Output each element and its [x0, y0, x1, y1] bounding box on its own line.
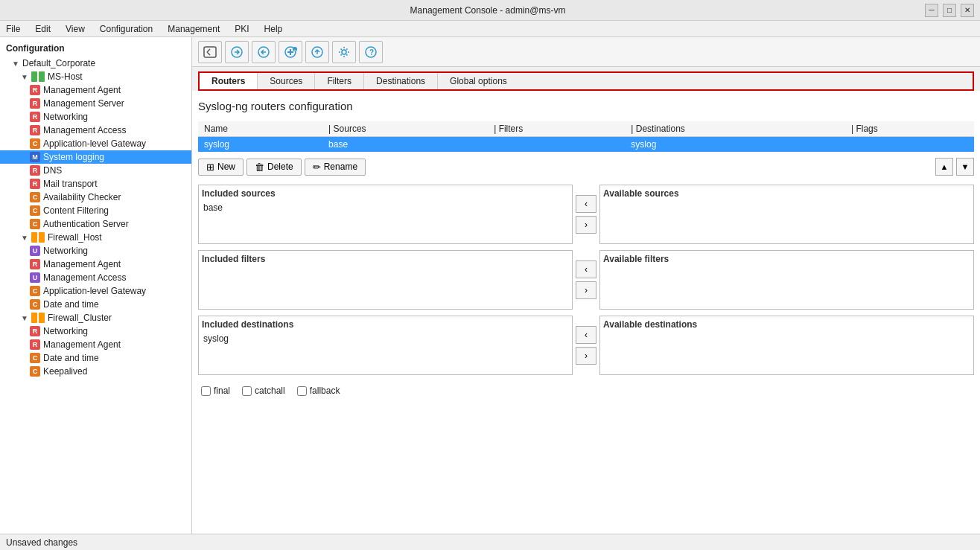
help-toolbar-btn[interactable]: ? [359, 41, 383, 63]
settings-toolbar-btn[interactable] [332, 41, 356, 63]
sidebar-item-fc-datetime[interactable]: C Date and time [0, 351, 191, 365]
sidebar-label-ms-management-server: Management Server [43, 98, 124, 109]
scroll-down-button[interactable]: ▼ [956, 158, 974, 176]
tab-global-options[interactable]: Global options [438, 73, 519, 89]
forward-toolbar-btn[interactable] [225, 41, 249, 63]
sidebar-item-ms-avail[interactable]: C Availability Checker [0, 191, 191, 204]
menu-edit[interactable]: Edit [32, 22, 54, 36]
col-name: Name [198, 121, 322, 137]
included-filters-section: Included filters ‹ › Available filters [198, 250, 974, 310]
sidebar-item-fc-networking[interactable]: R Networking [0, 324, 191, 338]
rename-button[interactable]: ✏ Rename [305, 159, 366, 176]
sidebar-label-fc-keepalived: Keepalived [43, 366, 87, 377]
expander-default-corporate[interactable]: ▼ [12, 60, 21, 68]
sidebar-item-ms-management-agent[interactable]: R Management Agent [0, 83, 191, 97]
sources-move-right-button[interactable]: › [576, 216, 596, 234]
sidebar-item-firewall-host[interactable]: ▼ Firewall_Host [0, 231, 191, 244]
badge-r: R [30, 326, 40, 336]
included-filters-panel: Included filters [198, 250, 573, 310]
badge-r: R [30, 112, 40, 122]
minimize-button[interactable]: ─ [925, 4, 938, 17]
cell-name: syslog [198, 137, 322, 153]
svg-rect-0 [204, 47, 216, 57]
flag-final[interactable]: final [201, 386, 230, 396]
scroll-up-button[interactable]: ▲ [935, 158, 953, 176]
sidebar-item-fw-datetime[interactable]: C Date and time [0, 298, 191, 311]
sidebar-item-fw-appgw[interactable]: C Application-level Gateway [0, 284, 191, 298]
destinations-move-left-button[interactable]: ‹ [576, 326, 596, 344]
included-filters-label: Included filters [202, 254, 569, 264]
available-filters-label: Available filters [603, 254, 970, 264]
tab-filters[interactable]: Filters [315, 73, 364, 89]
sidebar-label-fc-management-agent: Management Agent [43, 339, 121, 350]
sidebar-label-fw-datetime: Date and time [43, 299, 99, 310]
badge-u: U [30, 246, 40, 256]
sidebar-item-firewall-cluster[interactable]: ▼ Firewall_Cluster [0, 311, 191, 324]
restore-button[interactable]: □ [943, 4, 956, 17]
badge-c: C [30, 299, 40, 310]
sidebar-item-ms-content[interactable]: C Content Filtering [0, 204, 191, 217]
tab-sources[interactable]: Sources [258, 73, 315, 89]
col-filters: | Filters [488, 121, 625, 137]
close-button[interactable]: ✕ [961, 4, 974, 17]
flag-catchall[interactable]: catchall [242, 386, 285, 396]
new-label: New [217, 162, 235, 172]
sidebar-item-ms-management-access[interactable]: R Management Access [0, 124, 191, 137]
new-button[interactable]: ⊞ New [198, 159, 244, 176]
delete-button[interactable]: 🗑 Delete [246, 159, 302, 176]
final-checkbox[interactable] [201, 386, 211, 396]
sidebar-item-fw-management-agent[interactable]: R Management Agent [0, 258, 191, 271]
menu-help[interactable]: Help [261, 22, 286, 36]
flags-section: final catchall fallback [198, 381, 974, 400]
sidebar-item-fw-management-access[interactable]: U Management Access [0, 271, 191, 284]
menu-pki[interactable]: PKI [232, 22, 252, 36]
menu-view[interactable]: View [63, 22, 88, 36]
sidebar-item-fw-networking[interactable]: U Networking [0, 244, 191, 258]
filters-move-right-button[interactable]: › [576, 281, 596, 299]
status-bar: Unsaved changes [0, 534, 980, 550]
table-row[interactable]: syslog base syslog [198, 137, 974, 153]
sidebar-item-ms-mail[interactable]: R Mail transport [0, 177, 191, 191]
sidebar-item-fc-management-agent[interactable]: R Management Agent [0, 338, 191, 351]
sidebar-label-firewall-cluster: Firewall_Cluster [48, 313, 112, 323]
upload-toolbar-btn[interactable] [305, 41, 329, 63]
flag-fallback[interactable]: fallback [297, 386, 340, 396]
menu-management[interactable]: Management [165, 22, 223, 36]
menu-configuration[interactable]: Configuration [97, 22, 156, 36]
filters-move-left-button[interactable]: ‹ [576, 260, 596, 278]
available-sources-panel: Available sources [599, 185, 974, 244]
ms-host-icon [31, 71, 45, 82]
fw-host-icon [31, 232, 45, 243]
sync-toolbar-btn[interactable] [252, 41, 276, 63]
included-destinations-label: Included destinations [202, 319, 569, 330]
expander-ms-host[interactable]: ▼ [21, 73, 30, 81]
badge-m: M [30, 152, 40, 162]
fallback-checkbox[interactable] [297, 386, 307, 396]
expander-firewall-cluster[interactable]: ▼ [21, 314, 30, 322]
sources-move-left-button[interactable]: ‹ [576, 195, 596, 213]
filters-transfer-buttons: ‹ › [573, 250, 599, 310]
tab-destinations[interactable]: Destinations [364, 73, 438, 89]
sidebar-item-ms-appgw[interactable]: C Application-level Gateway [0, 137, 191, 150]
catchall-checkbox[interactable] [242, 386, 252, 396]
sidebar-item-ms-networking[interactable]: R Networking [0, 110, 191, 124]
sidebar-item-ms-management-server[interactable]: R Management Server [0, 97, 191, 110]
tab-routers[interactable]: Routers [200, 73, 258, 89]
destinations-move-right-button[interactable]: › [576, 347, 596, 365]
expander-firewall-host[interactable]: ▼ [21, 234, 30, 242]
menu-file[interactable]: File [3, 22, 23, 36]
sidebar-item-ms-dns[interactable]: R DNS [0, 164, 191, 177]
sidebar-item-ms-system-logging[interactable]: M System logging [0, 150, 191, 164]
sidebar-item-fc-keepalived[interactable]: C Keepalived [0, 365, 191, 378]
rename-icon: ✏ [313, 162, 321, 173]
sidebar-label-fc-networking: Networking [43, 326, 88, 336]
back-toolbar-btn[interactable] [198, 41, 222, 63]
window-controls[interactable]: ─ □ ✕ [925, 4, 974, 17]
status-text: Unsaved changes [6, 537, 77, 548]
add-config-toolbar-btn[interactable]: + [279, 41, 302, 63]
sidebar-label-ms-host: MS-Host [48, 71, 83, 82]
sidebar-item-ms-auth[interactable]: C Authentication Server [0, 217, 191, 231]
sidebar-item-ms-host[interactable]: ▼ MS-Host [0, 70, 191, 83]
sidebar-label-ms-management-access: Management Access [43, 125, 126, 135]
sidebar-item-default-corporate[interactable]: ▼ Default_Corporate [0, 57, 191, 70]
